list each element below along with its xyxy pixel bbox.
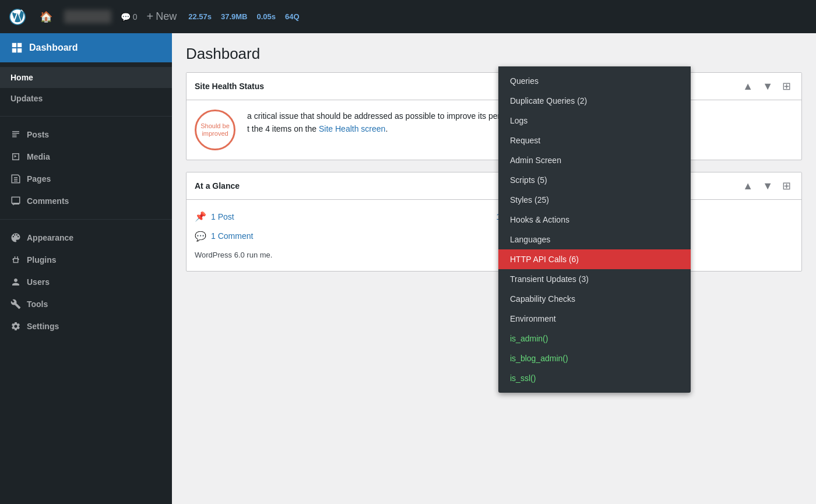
dropdown-item-logs[interactable]: Logs [498, 111, 691, 131]
site-health-collapse-down[interactable]: ▼ [760, 79, 775, 94]
comments-icon [10, 196, 21, 206]
health-circle: Should be improved [195, 110, 235, 150]
sidebar-dashboard-header[interactable]: Dashboard [0, 33, 172, 62]
sidebar-settings-label: Settings [27, 322, 59, 331]
sidebar-divider-1 [0, 116, 172, 117]
at-a-glance-collapse-down[interactable]: ▼ [760, 179, 775, 193]
dropdown-item-is-admin[interactable]: is_admin() [498, 329, 691, 348]
at-a-glance-collapse-up[interactable]: ▲ [740, 179, 755, 193]
sidebar-item-tools[interactable]: Tools [0, 293, 172, 315]
post-icon: 📌 [195, 209, 206, 224]
dropdown-item-is-blog-admin[interactable]: is_blog_admin() [498, 348, 691, 368]
sidebar-users-label: Users [27, 277, 50, 287]
dropdown-menu: QueriesDuplicate Queries (2)LogsRequestA… [498, 66, 691, 393]
sidebar-comments-label: Comments [27, 196, 69, 206]
sidebar-home-section: Home Updates [0, 62, 172, 114]
users-icon [10, 277, 21, 287]
sidebar-appearance-section: Appearance Plugins Users Tools Settings [0, 222, 172, 342]
sidebar-media-label: Media [27, 152, 50, 161]
sidebar-item-users[interactable]: Users [0, 271, 172, 293]
dropdown-item-languages[interactable]: Languages [498, 230, 691, 249]
dropdown-item-queries[interactable]: Queries [498, 71, 691, 91]
admin-bar-home[interactable]: 🏠 [37, 8, 55, 26]
sidebar-item-settings[interactable]: Settings [0, 315, 172, 337]
wp-logo[interactable] [7, 6, 28, 27]
sidebar-divider-2 [0, 219, 172, 220]
site-health-widget: Site Health Status ▲ ▼ ⊞ Should be impro… [186, 72, 802, 160]
at-a-glance-drag[interactable]: ⊞ [780, 178, 793, 193]
plugins-icon [10, 255, 21, 265]
new-label: New [156, 10, 177, 23]
sidebar-item-comments[interactable]: Comments [0, 190, 172, 212]
sidebar-appearance-label: Appearance [27, 233, 73, 242]
site-health-drag[interactable]: ⊞ [780, 79, 793, 94]
at-glance-posts: 📌 1 Post [195, 209, 492, 224]
sidebar-pages-label: Pages [27, 174, 51, 184]
dropdown-item-styles[interactable]: Styles (25) [498, 190, 691, 210]
admin-bar-site-name[interactable]: Site Name [64, 10, 111, 23]
at-glance-meta: WordPress 6.0 run me. [195, 249, 793, 262]
stat-time1[interactable]: 22.57s [188, 12, 212, 21]
main-content: Dashboard Site Health Status ▲ ▼ ⊞ Shoul… [172, 33, 816, 504]
plus-icon: + [147, 10, 154, 23]
tools-icon [10, 299, 21, 309]
posts-link[interactable]: 1 Post [211, 210, 234, 223]
page-title: Dashboard [186, 45, 802, 63]
sidebar-item-media[interactable]: Media [0, 146, 172, 168]
sidebar-item-appearance[interactable]: Appearance [0, 227, 172, 249]
stat-memory[interactable]: 37.9MB [221, 12, 248, 21]
dropdown-item-hooks-actions[interactable]: Hooks & Actions [498, 210, 691, 230]
sidebar-home-label: Home [10, 73, 33, 82]
at-a-glance-title: At a Glance [195, 181, 240, 191]
at-glance-comments: 💬 1 Comment [195, 229, 492, 244]
dropdown-item-capability-checks[interactable]: Capability Checks [498, 289, 691, 309]
sidebar-item-posts[interactable]: Posts [0, 124, 172, 146]
sidebar-item-home[interactable]: Home [0, 67, 172, 88]
sidebar-item-plugins[interactable]: Plugins [0, 249, 172, 271]
health-before-link: t the 4 items on the [247, 124, 319, 133]
site-health-title: Site Health Status [195, 82, 264, 91]
health-after-link: . [385, 124, 388, 133]
at-a-glance-body: 📌 1 Post 1 Page 💬 1 Comment WordPress 6.… [187, 200, 801, 271]
dropdown-item-admin-screen[interactable]: Admin Screen [498, 150, 691, 170]
admin-bar-new[interactable]: + New [147, 10, 177, 23]
wp-layout: Dashboard Home Updates Posts Media Pages [0, 33, 816, 504]
health-status: Should be improved a critical issue that… [195, 110, 793, 150]
pages-icon [10, 174, 21, 184]
dropdown-item-scripts[interactable]: Scripts (5) [498, 170, 691, 190]
dropdown-item-duplicate-queries[interactable]: Duplicate Queries (2) [498, 91, 691, 111]
comment-count: 0 [133, 12, 138, 22]
sidebar-plugins-label: Plugins [27, 255, 57, 265]
sidebar-main-section: Posts Media Pages Comments [0, 119, 172, 217]
posts-icon [10, 129, 21, 140]
comment-icon: 💬 [121, 12, 131, 22]
site-health-body: Should be improved a critical issue that… [187, 100, 801, 160]
settings-icon [10, 321, 21, 332]
at-a-glance-controls: ▲ ▼ ⊞ [740, 178, 793, 193]
sidebar: Dashboard Home Updates Posts Media Pages [0, 33, 172, 504]
dropdown-item-http-api-calls[interactable]: HTTP API Calls (6) [498, 249, 691, 269]
stat-queries[interactable]: 64Q [285, 12, 300, 21]
at-a-glance-header: At a Glance ▲ ▼ ⊞ [187, 172, 801, 200]
site-health-controls: ▲ ▼ ⊞ [740, 79, 793, 94]
site-health-header: Site Health Status ▲ ▼ ⊞ [187, 73, 801, 100]
health-link[interactable]: Site Health screen [319, 124, 385, 133]
sidebar-updates-label: Updates [10, 94, 43, 103]
dropdown-item-transient-updates[interactable]: Transient Updates (3) [498, 269, 691, 289]
site-health-collapse-up[interactable]: ▲ [740, 79, 755, 94]
comment-glance-icon: 💬 [195, 229, 206, 244]
dropdown-item-is-ssl[interactable]: is_ssl() [498, 368, 691, 388]
sidebar-tools-label: Tools [27, 299, 48, 309]
dropdown-item-request[interactable]: Request [498, 131, 691, 150]
sidebar-item-pages[interactable]: Pages [0, 168, 172, 190]
sidebar-item-updates[interactable]: Updates [0, 88, 172, 109]
stat-time2[interactable]: 0.05s [257, 12, 276, 21]
admin-bar-stats: 22.57s 37.9MB 0.05s 64Q [188, 12, 299, 21]
media-icon [10, 151, 21, 162]
dropdown-item-environment[interactable]: Environment [498, 309, 691, 329]
at-glance-grid: 📌 1 Post 1 Page 💬 1 Comment [195, 209, 793, 244]
admin-bar: 🏠 Site Name 💬 0 + New 22.57s 37.9MB 0.05… [0, 0, 816, 33]
comments-link[interactable]: 1 Comment [211, 230, 253, 242]
dashboard-icon [10, 41, 23, 54]
admin-bar-comments[interactable]: 💬 0 [121, 12, 138, 22]
